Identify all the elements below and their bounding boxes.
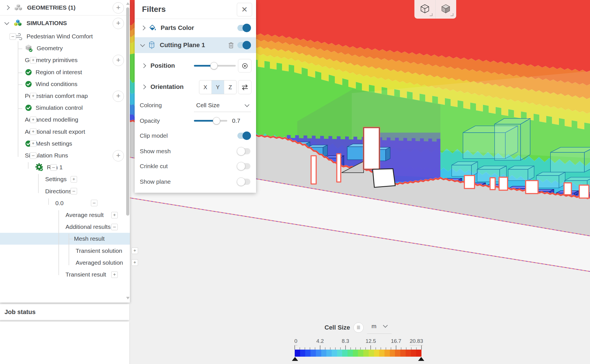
tree-item-additional-result-export[interactable]: +Additional result export — [0, 126, 130, 138]
expand-toggle-icon[interactable]: + — [30, 93, 36, 99]
add-geometry-button[interactable]: + — [113, 2, 124, 14]
geometries-header[interactable]: GEOMETRIES (1) + — [0, 0, 130, 15]
simulations-header[interactable]: SIMULATIONS + — [0, 16, 130, 31]
tree-item-label: Average result — [65, 212, 104, 218]
tree-item-label: Transient result — [65, 271, 106, 278]
crinkle-cut-toggle[interactable] — [237, 163, 250, 169]
cutting-plane-row[interactable]: Cutting Plane 1 — [135, 37, 256, 53]
tree-item-region-of-interest[interactable]: Region of interest — [0, 66, 130, 78]
legend-unit-dropdown[interactable]: m — [367, 322, 392, 334]
legend-min-handle[interactable] — [292, 357, 298, 361]
cutting-plane-icon — [148, 41, 156, 49]
scroll-down-arrow[interactable] — [126, 297, 130, 299]
tree-guide-line — [18, 41, 18, 157]
show-plane-toggle[interactable] — [237, 179, 250, 185]
chevron-right-icon[interactable] — [141, 63, 146, 68]
tree-item-run-1[interactable]: –Run 1 — [0, 161, 130, 173]
flip-orientation-button[interactable] — [238, 80, 252, 94]
delete-cutting-plane-button[interactable] — [228, 41, 235, 49]
shaded-view-button[interactable] — [435, 0, 456, 19]
coloring-row: Coloring Cell Size — [135, 98, 256, 112]
parts-color-toggle[interactable] — [237, 25, 250, 31]
close-filters-button[interactable]: ✕ — [237, 3, 252, 16]
position-pick-button[interactable] — [238, 59, 252, 73]
tree-item-pedestrian-wind-comfort[interactable]: –Pedestrian Wind Comfort — [0, 30, 130, 42]
tree-guide-tick — [69, 239, 73, 239]
tree-item-geometry-primitives[interactable]: +Geometry primitives+ — [0, 54, 130, 66]
tree-item-simulation-control[interactable]: Simulation control — [0, 102, 130, 114]
position-slider[interactable] — [194, 65, 236, 67]
legend-range-value[interactable]: 0 — [294, 338, 298, 345]
axis-segmented-control: XYZ — [199, 80, 237, 94]
expand-toggle-icon[interactable]: + — [30, 128, 36, 135]
tree-item-wind-conditions[interactable]: Wind conditions — [0, 78, 130, 90]
tree-item-settings[interactable]: +Settings — [0, 173, 130, 185]
collapse-toggle-icon[interactable]: – — [71, 188, 77, 194]
axis-x-button[interactable]: X — [199, 80, 211, 94]
add-item-button[interactable]: + — [113, 55, 124, 66]
expand-toggle-icon[interactable]: + — [132, 247, 138, 254]
job-status-header[interactable]: Job status — [0, 304, 129, 320]
switch-row-crinkle-cut: Crinkle cut — [135, 159, 256, 174]
legend-tick-label: 4.2 — [316, 338, 324, 344]
tree-item-directions[interactable]: –Directions — [0, 185, 130, 197]
add-item-button[interactable]: + — [113, 150, 124, 161]
legend-range-value[interactable]: 20.83 — [410, 338, 423, 345]
axis-z-button[interactable]: Z — [224, 80, 236, 94]
opacity-slider[interactable] — [194, 120, 227, 122]
collapse-toggle-icon[interactable]: – — [10, 33, 16, 40]
switch-row-show-mesh: Show mesh — [135, 144, 256, 159]
tree-item-transient-solution[interactable]: +Transient solution — [0, 245, 130, 257]
tree-guide-tick — [18, 73, 22, 73]
cutting-plane-toggle[interactable] — [237, 42, 250, 48]
expand-toggle-icon[interactable]: + — [30, 117, 36, 123]
tree-guide-tick — [18, 108, 22, 109]
legend-tick-label: 16.7 — [391, 338, 401, 344]
position-label: Position — [150, 62, 175, 69]
tree-scrollbar[interactable] — [126, 7, 129, 216]
tree-guide-line — [69, 234, 69, 265]
switch-label: Crinkle cut — [140, 163, 168, 170]
tree-item-additional-results[interactable]: –Additional results — [0, 221, 130, 233]
tree-item-mesh-settings[interactable]: +Mesh settings — [0, 138, 130, 150]
coloring-select[interactable]: Cell Size — [196, 102, 220, 109]
tree-item-label: Mesh settings — [36, 140, 72, 147]
collapse-toggle-icon[interactable]: – — [50, 164, 57, 171]
tree-item-0-0[interactable]: –0.0 — [0, 197, 130, 209]
chevron-right-icon[interactable] — [141, 85, 146, 89]
axis-y-button[interactable]: Y — [211, 80, 224, 94]
scroll-up-arrow[interactable] — [126, 2, 130, 5]
switch-label: Show plane — [140, 178, 171, 185]
tree-item-pedestrian-comfort-map[interactable]: +Pedestrian comfort map+ — [0, 90, 130, 102]
tree-item-mesh-result[interactable]: Mesh result — [0, 233, 130, 245]
expand-toggle-icon[interactable]: + — [71, 176, 77, 183]
tree-item-averaged-solution[interactable]: +Averaged solution — [0, 257, 130, 269]
tree-item-transient-result[interactable]: +Transient result — [0, 269, 130, 280]
solid-cube-icon — [440, 3, 451, 15]
tree-item-label: Settings — [45, 176, 67, 183]
job-status-panel — [0, 322, 129, 364]
wireframe-view-button[interactable] — [414, 0, 435, 19]
expand-toggle-icon[interactable]: + — [30, 140, 36, 147]
expand-toggle-icon[interactable]: + — [30, 57, 36, 63]
tree-item-advanced-modelling[interactable]: +Advanced modelling — [0, 114, 130, 126]
expand-toggle-icon[interactable]: + — [111, 212, 118, 218]
show-mesh-toggle[interactable] — [237, 148, 250, 154]
legend-tick-labels: 04.28.312.516.720.83 — [295, 338, 421, 345]
expand-toggle-icon[interactable]: + — [111, 271, 118, 278]
legend-range-handles — [295, 357, 421, 361]
coloring-label: Coloring — [140, 102, 162, 109]
expand-toggle-icon[interactable]: + — [132, 259, 138, 266]
collapse-toggle-icon[interactable]: – — [91, 200, 97, 206]
parts-color-row[interactable]: Parts Color — [135, 19, 256, 37]
tree-item-simulation-runs[interactable]: –Simulation Runs+ — [0, 150, 130, 161]
color-legend: Cell Size ☰ m 04.28.312.516.720.83 — [295, 321, 421, 361]
add-simulation-button[interactable]: + — [113, 18, 124, 29]
collapse-toggle-icon[interactable]: – — [111, 224, 118, 230]
collapse-toggle-icon[interactable]: – — [30, 152, 36, 159]
legend-max-handle[interactable] — [418, 357, 424, 361]
clip-model-toggle[interactable] — [237, 133, 250, 139]
add-item-button[interactable]: + — [113, 91, 124, 102]
tree-item-average-result[interactable]: +Average result — [0, 209, 130, 221]
legend-menu-button[interactable]: ☰ — [353, 323, 364, 333]
